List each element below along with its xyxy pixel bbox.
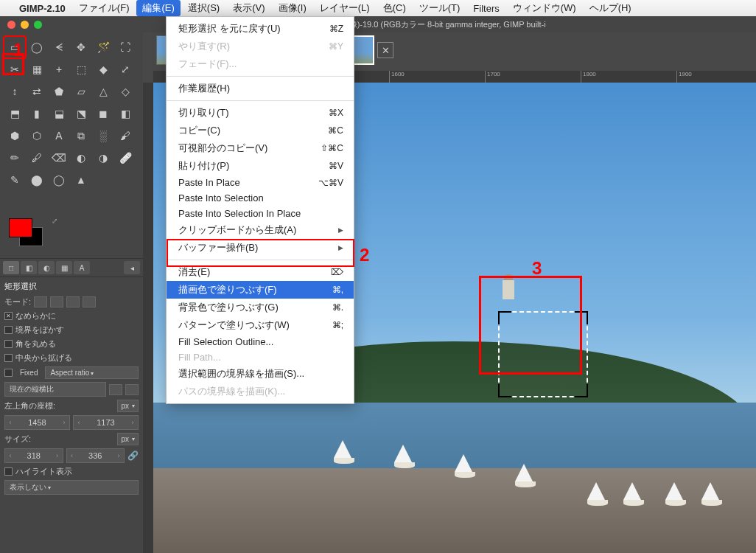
tool-33[interactable]: ◐ bbox=[71, 147, 91, 168]
fixed-checkbox[interactable] bbox=[4, 369, 13, 377]
tool-23[interactable]: ◧ bbox=[115, 103, 136, 124]
tool-37[interactable]: ⬤ bbox=[27, 170, 47, 190]
menu-item[interactable]: Paste Into Selection bbox=[167, 190, 354, 206]
tool-29[interactable]: 🖌 bbox=[115, 125, 136, 146]
tool-39[interactable]: ▲ bbox=[71, 170, 91, 190]
dock-tab-2[interactable]: ◧ bbox=[21, 261, 37, 274]
tool-8[interactable]: + bbox=[49, 59, 69, 80]
tool-32[interactable]: ⌫ bbox=[49, 147, 69, 168]
tool-17[interactable]: ◇ bbox=[115, 81, 136, 102]
menu-item[interactable]: 貼り付け(P)⌘V bbox=[167, 157, 354, 175]
tool-46[interactable] bbox=[93, 192, 113, 212]
menu-item[interactable]: コピー(C)⌘C bbox=[167, 122, 354, 139]
tool-15[interactable]: ▱ bbox=[71, 81, 91, 102]
menu-item[interactable]: Fill Selection Outline... bbox=[167, 334, 354, 349]
tool-19[interactable]: ▮ bbox=[27, 103, 47, 124]
pos-x-input[interactable]: ‹1458› bbox=[4, 415, 70, 430]
menu-image[interactable]: 画像(I) bbox=[273, 0, 312, 16]
tool-14[interactable]: ⬟ bbox=[49, 81, 69, 102]
mode-subtract[interactable] bbox=[66, 296, 80, 307]
tool-22[interactable]: ◼ bbox=[93, 103, 113, 124]
tool-34[interactable]: ◑ bbox=[93, 147, 113, 168]
display-none-select[interactable]: 表示しない bbox=[4, 480, 139, 495]
mode-replace[interactable] bbox=[34, 296, 47, 307]
menu-item[interactable]: 選択範囲の境界線を描画(S)... bbox=[167, 365, 354, 383]
tool-4[interactable]: 🪄 bbox=[93, 37, 113, 58]
menu-color[interactable]: 色(C) bbox=[377, 0, 412, 16]
minimize-window-icon[interactable] bbox=[21, 21, 29, 29]
rectangle-selection[interactable] bbox=[498, 311, 588, 397]
menu-item[interactable]: 消去(E)⌦ bbox=[167, 263, 354, 281]
tool-40[interactable] bbox=[93, 170, 113, 190]
tool-11[interactable]: ⤢ bbox=[115, 59, 136, 80]
close-window-icon[interactable] bbox=[7, 21, 15, 29]
portrait-icon[interactable] bbox=[109, 384, 122, 395]
tool-20[interactable]: ⬓ bbox=[49, 103, 69, 124]
tool-24[interactable]: ⬢ bbox=[4, 125, 25, 146]
mode-intersect[interactable] bbox=[83, 296, 96, 307]
menu-layer[interactable]: レイヤー(L) bbox=[314, 0, 376, 16]
tool-35[interactable]: 🩹 bbox=[115, 147, 136, 168]
size-h-input[interactable]: ‹336› bbox=[66, 448, 125, 463]
menu-item[interactable]: Paste Into Selection In Place bbox=[167, 206, 354, 221]
link-size-icon[interactable]: 🔗 bbox=[127, 451, 139, 461]
menu-file[interactable]: ファイル(F) bbox=[73, 0, 136, 16]
color-swatches[interactable]: ⤢ bbox=[9, 218, 53, 248]
menu-view[interactable]: 表示(V) bbox=[227, 0, 270, 16]
menu-item[interactable]: 作業履歴(H) bbox=[167, 80, 354, 97]
tool-47[interactable] bbox=[115, 192, 136, 212]
menu-item[interactable]: 背景色で塗りつぶす(G)⌘. bbox=[167, 299, 354, 316]
highlight-checkbox[interactable] bbox=[4, 467, 13, 476]
size-w-input[interactable]: ‹318› bbox=[4, 448, 63, 463]
feather-checkbox[interactable] bbox=[4, 326, 13, 334]
swap-colors-icon[interactable]: ⤢ bbox=[52, 217, 57, 225]
menu-item[interactable]: 描画色で塗りつぶす(F)⌘, bbox=[167, 281, 354, 299]
tool-3[interactable]: ✥ bbox=[71, 37, 91, 58]
tool-42[interactable] bbox=[4, 192, 25, 212]
menu-select[interactable]: 選択(S) bbox=[182, 0, 225, 16]
size-unit[interactable]: px bbox=[117, 433, 139, 445]
menu-item[interactable]: バッファー操作(B) bbox=[167, 239, 354, 257]
menu-windows[interactable]: ウィンドウ(W) bbox=[507, 0, 582, 16]
landscape-icon[interactable] bbox=[125, 384, 139, 395]
tool-6[interactable]: ✂ bbox=[4, 59, 25, 80]
tool-38[interactable]: ◯ bbox=[49, 170, 69, 190]
dock-tab-menu[interactable]: ◂ bbox=[124, 261, 140, 274]
pos-unit[interactable]: px bbox=[117, 400, 139, 412]
tool-12[interactable]: ↕ bbox=[4, 81, 25, 102]
antialias-checkbox[interactable] bbox=[4, 312, 13, 320]
menu-filters[interactable]: Filters bbox=[467, 1, 505, 15]
maximize-window-icon[interactable] bbox=[34, 21, 42, 29]
rounded-checkbox[interactable] bbox=[4, 340, 13, 348]
tool-43[interactable] bbox=[27, 192, 47, 212]
tool-10[interactable]: ◆ bbox=[93, 59, 113, 80]
tool-25[interactable]: ⬡ bbox=[27, 125, 47, 146]
menu-item[interactable]: クリップボードから生成(A) bbox=[167, 221, 354, 239]
aspect-select[interactable]: Aspect ratio bbox=[45, 366, 139, 379]
fg-color-swatch[interactable] bbox=[9, 218, 32, 237]
tool-27[interactable]: ⧉ bbox=[71, 125, 91, 146]
tool-21[interactable]: ⬔ bbox=[71, 103, 91, 124]
mode-add[interactable] bbox=[50, 296, 63, 307]
menu-item[interactable]: パターンで塗りつぶす(W)⌘; bbox=[167, 316, 354, 334]
tool-44[interactable] bbox=[49, 192, 69, 212]
dock-tab-4[interactable]: ▦ bbox=[56, 261, 72, 274]
tool-41[interactable] bbox=[115, 170, 136, 190]
dock-tab-5[interactable]: A bbox=[74, 261, 90, 274]
tool-1[interactable]: ◯ bbox=[27, 37, 47, 58]
menu-item[interactable]: 可視部分のコピー(V)⇧⌘C bbox=[167, 139, 354, 157]
tool-26[interactable]: A bbox=[49, 125, 69, 146]
menu-tools[interactable]: ツール(T) bbox=[413, 0, 466, 16]
tool-13[interactable]: ⇄ bbox=[27, 81, 47, 102]
menu-item[interactable]: Paste In Place⌥⌘V bbox=[167, 175, 354, 190]
tool-28[interactable]: ░ bbox=[93, 125, 113, 146]
menu-item[interactable]: 矩形選択 を元に戻す(U)⌘Z bbox=[167, 20, 354, 38]
tool-7[interactable]: ▦ bbox=[27, 59, 47, 80]
tool-2[interactable]: ᗕ bbox=[49, 37, 69, 58]
tool-16[interactable]: △ bbox=[93, 81, 113, 102]
dock-tab-tool-options[interactable]: □ bbox=[3, 261, 19, 274]
tool-9[interactable]: ⬚ bbox=[71, 59, 91, 80]
ruler-vertical[interactable] bbox=[143, 83, 153, 553]
close-tab-icon[interactable]: ✕ bbox=[377, 42, 393, 58]
tool-18[interactable]: ⬒ bbox=[4, 103, 25, 124]
